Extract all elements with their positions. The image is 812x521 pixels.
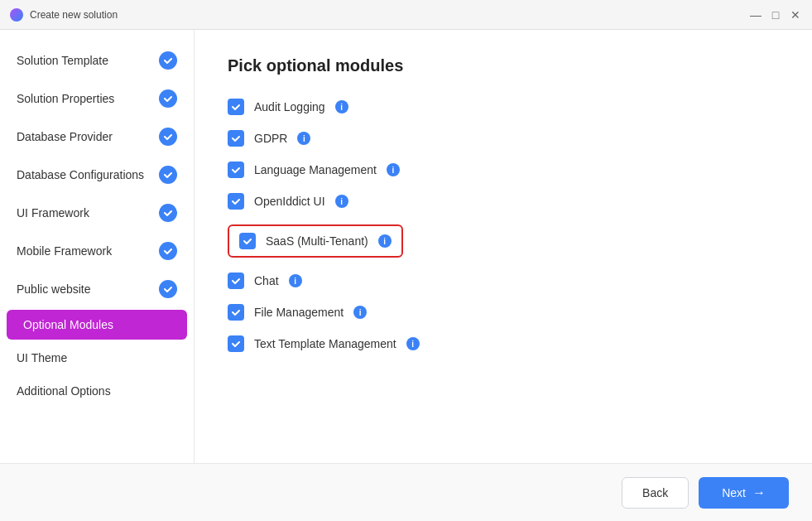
- sidebar-item-solution-template[interactable]: Solution Template: [0, 43, 194, 78]
- sidebar-item-label: Additional Options: [17, 384, 111, 398]
- sidebar-item-database-configurations[interactable]: Database Configurations: [0, 157, 194, 192]
- main-container: Solution Template Solution Properties Da…: [0, 30, 812, 463]
- check-icon: [159, 242, 177, 260]
- next-arrow-icon: →: [752, 485, 766, 500]
- maximize-button[interactable]: □: [769, 8, 782, 22]
- module-item-language-management: Language Managementi: [228, 162, 779, 178]
- sidebar-item-optional-modules[interactable]: Optional Modules: [7, 310, 187, 340]
- back-button[interactable]: Back: [622, 477, 689, 509]
- module-checkbox-gdpr[interactable]: [228, 130, 244, 147]
- module-item-openiddict-ui: OpenIddict UIi: [228, 193, 779, 210]
- sidebar-item-label: Mobile Framework: [17, 244, 112, 258]
- module-name-audit-logging: Audit Logging: [254, 100, 325, 113]
- sidebar-item-label: Database Provider: [17, 130, 113, 143]
- module-checkbox-chat[interactable]: [228, 273, 244, 289]
- sidebar-item-label: Optional Modules: [23, 318, 113, 331]
- sidebar-item-public-website[interactable]: Public website: [0, 272, 194, 306]
- module-item-audit-logging: Audit Loggingi: [228, 99, 779, 115]
- module-item-saas-multi-tenant: SaaS (Multi-Tenant)i: [228, 224, 779, 258]
- info-icon-saas-multi-tenant[interactable]: i: [378, 234, 392, 248]
- sidebar-item-ui-framework[interactable]: UI Framework: [0, 195, 194, 230]
- module-name-text-template-management: Text Template Management: [254, 337, 396, 350]
- next-label: Next: [722, 486, 746, 499]
- page-title: Pick optional modules: [228, 56, 779, 75]
- sidebar-item-solution-properties[interactable]: Solution Properties: [0, 81, 194, 116]
- sidebar-item-label: Public website: [17, 282, 91, 296]
- content-area: Pick optional modules Audit Loggingi GDP…: [195, 30, 812, 463]
- next-button[interactable]: Next →: [699, 477, 789, 509]
- sidebar-item-label: Database Configurations: [17, 168, 144, 181]
- info-icon-openiddict-ui[interactable]: i: [335, 195, 348, 208]
- module-name-saas-multi-tenant: SaaS (Multi-Tenant): [266, 234, 368, 248]
- module-name-openiddict-ui: OpenIddict UI: [254, 195, 325, 208]
- module-name-language-management: Language Management: [254, 163, 377, 176]
- sidebar-item-label: UI Framework: [17, 206, 89, 219]
- module-item-chat: Chati: [228, 273, 779, 289]
- module-item-text-template-management: Text Template Managementi: [228, 335, 779, 352]
- info-icon-text-template-management[interactable]: i: [406, 337, 420, 350]
- info-icon-file-management[interactable]: i: [353, 306, 367, 319]
- module-checkbox-file-management[interactable]: [228, 304, 244, 321]
- info-icon-language-management[interactable]: i: [387, 163, 400, 176]
- module-item-file-management: File Managementi: [228, 304, 779, 321]
- sidebar-item-database-provider[interactable]: Database Provider: [0, 119, 194, 154]
- info-icon-gdpr[interactable]: i: [297, 132, 310, 145]
- check-icon: [159, 128, 177, 146]
- check-icon: [159, 89, 177, 108]
- check-icon: [159, 280, 177, 298]
- check-icon: [159, 166, 177, 184]
- module-list: Audit Loggingi GDPRi Language Management…: [228, 99, 779, 352]
- window-controls: — □ ✕: [749, 8, 802, 22]
- module-item-gdpr: GDPRi: [228, 130, 779, 147]
- module-name-chat: Chat: [254, 274, 279, 287]
- footer: Back Next →: [0, 463, 812, 521]
- module-checkbox-language-management[interactable]: [228, 162, 244, 178]
- info-icon-chat[interactable]: i: [289, 274, 302, 287]
- title-bar: Create new solution — □ ✕: [0, 0, 812, 30]
- close-button[interactable]: ✕: [789, 8, 802, 22]
- info-icon-audit-logging[interactable]: i: [335, 100, 348, 113]
- minimize-button[interactable]: —: [749, 8, 762, 22]
- sidebar-item-ui-theme[interactable]: UI Theme: [0, 343, 194, 373]
- module-checkbox-text-template-management[interactable]: [228, 335, 244, 352]
- module-name-gdpr: GDPR: [254, 132, 287, 145]
- sidebar-item-additional-options[interactable]: Additional Options: [0, 376, 194, 406]
- sidebar-item-label: Solution Properties: [17, 92, 114, 105]
- sidebar-item-mobile-framework[interactable]: Mobile Framework: [0, 234, 194, 268]
- module-highlight-wrapper: SaaS (Multi-Tenant)i: [228, 224, 403, 258]
- sidebar-item-label: Solution Template: [17, 54, 108, 67]
- module-checkbox-audit-logging[interactable]: [228, 99, 244, 115]
- sidebar-item-label: UI Theme: [17, 351, 67, 364]
- check-icon: [159, 51, 177, 70]
- module-checkbox-saas-multi-tenant[interactable]: [239, 233, 256, 249]
- title-bar-text: Create new solution: [30, 9, 749, 21]
- sidebar: Solution Template Solution Properties Da…: [0, 30, 195, 463]
- check-icon: [159, 204, 177, 222]
- app-icon: [10, 8, 23, 22]
- module-name-file-management: File Management: [254, 306, 344, 319]
- module-checkbox-openiddict-ui[interactable]: [228, 193, 244, 210]
